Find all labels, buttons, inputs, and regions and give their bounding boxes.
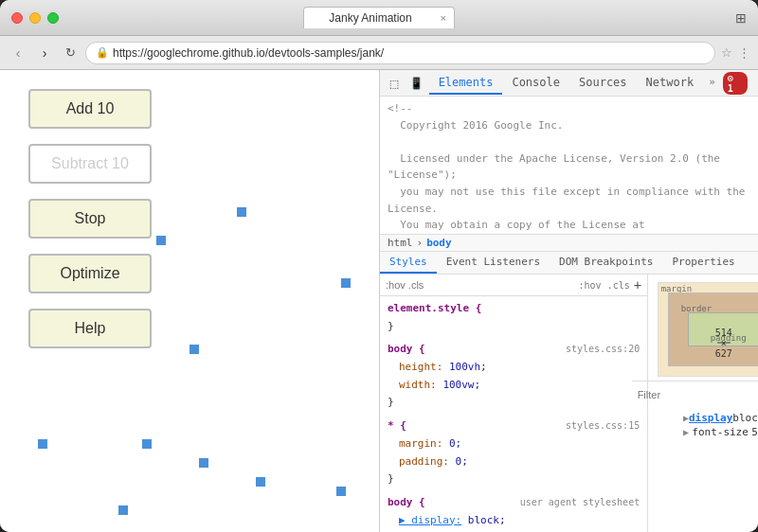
browser-window: Janky Animation × ⊞ ‹ › ↻ 🔒 https://goog… xyxy=(0,0,758,532)
tab-bar: Janky Animation × xyxy=(303,7,455,28)
main-content: Add 10 Subtract 10 Stop Optimize Help ⬚ xyxy=(0,70,758,532)
computed-filter-input[interactable] xyxy=(638,389,758,400)
display-prop-val: block xyxy=(732,412,758,424)
blue-square xyxy=(341,278,351,288)
devtools-tabs: Elements Console Sources Network » xyxy=(429,72,721,95)
box-content: 514 × 627 xyxy=(717,342,731,344)
active-tab[interactable]: Janky Animation × xyxy=(303,7,455,28)
breadcrumb-html[interactable]: html xyxy=(388,237,413,249)
add-10-button[interactable]: Add 10 xyxy=(28,89,152,129)
fontsize-prop-val: 52 xyxy=(751,426,758,438)
traffic-lights xyxy=(11,12,59,24)
element-style-rule: element.style { } xyxy=(388,300,640,335)
add-style-button[interactable]: + xyxy=(634,277,641,293)
close-button[interactable] xyxy=(11,12,23,24)
box-margin: margin border padding 514 × 627 xyxy=(658,282,758,377)
demo-panel: Add 10 Subtract 10 Stop Optimize Help xyxy=(0,70,379,532)
tab-close-button[interactable]: × xyxy=(441,12,446,24)
stop-button[interactable]: Stop xyxy=(28,199,152,239)
body-rule-1: body { styles.css:20 height: 100vh; widt… xyxy=(388,341,640,412)
breadcrumb-body[interactable]: body xyxy=(426,237,452,249)
back-button[interactable]: ‹ xyxy=(8,43,28,63)
styles-tabs: Styles Event Listeners DOM Breakpoints P… xyxy=(380,252,758,275)
blue-square xyxy=(199,458,208,468)
styles-section: :hov .cls + element.style { } body { xyxy=(380,275,758,532)
computed-props: ▶ display block ▶ font-size 52 xyxy=(676,408,758,528)
blue-square xyxy=(118,505,128,515)
dom-breakpoints-tab[interactable]: DOM Breakpoints xyxy=(550,252,662,274)
tab-sources[interactable]: Sources xyxy=(569,72,637,95)
title-bar: Janky Animation × ⊞ xyxy=(0,0,758,36)
box-padding: padding 514 × 627 xyxy=(688,312,758,346)
help-button[interactable]: Help xyxy=(28,309,152,348)
fontsize-prop-name: font-size xyxy=(692,426,749,438)
more-tabs-button[interactable]: » xyxy=(703,72,721,95)
address-actions: ☆ ⋮ xyxy=(721,45,750,60)
comment-license3: You may obtain a copy of the License at xyxy=(388,217,758,234)
properties-tab[interactable]: Properties xyxy=(662,252,744,274)
styles-panel: :hov .cls + element.style { } body { xyxy=(380,275,647,532)
forward-button[interactable]: › xyxy=(34,43,55,63)
blue-square xyxy=(142,439,152,449)
comment-license2: you may not use this file except in comp… xyxy=(388,184,758,217)
computed-filter-bar: Show all xyxy=(632,381,758,408)
devtools-toolbar-right: ⊙ 1 ⋮ × xyxy=(723,72,758,95)
maximize-button[interactable] xyxy=(47,12,59,24)
expand-icon-2[interactable]: ▶ xyxy=(683,427,689,437)
comment-copyright: Copyright 2016 Google Inc. xyxy=(388,117,758,134)
blue-square xyxy=(190,345,199,354)
tab-label: Janky Animation xyxy=(329,11,411,25)
content-size: 514 × 627 xyxy=(715,328,732,359)
star-rule: * { styles.css:15 margin: 0; padding: 0;… xyxy=(388,417,640,488)
error-badge: ⊙ 1 xyxy=(723,72,748,95)
bookmark-icon[interactable]: ☆ xyxy=(721,45,732,60)
event-listeners-tab[interactable]: Event Listeners xyxy=(437,252,550,274)
devtools-panel: ⬚ 📱 Elements Console Sources Network » ⊙… xyxy=(379,70,758,532)
title-bar-icons: ⊞ xyxy=(735,10,747,26)
computed-display: ▶ display block xyxy=(683,412,758,424)
subtract-10-button[interactable]: Subtract 10 xyxy=(28,144,152,184)
inspect-element-icon[interactable]: ⬚ xyxy=(384,72,405,95)
devtools-toolbar: ⬚ 📱 Elements Console Sources Network » ⊙… xyxy=(380,70,758,97)
blue-square xyxy=(336,487,346,496)
blue-square xyxy=(156,236,166,245)
address-input[interactable]: 🔒 https://googlechrome.github.io/devtool… xyxy=(85,42,715,64)
device-toolbar-icon[interactable]: 📱 xyxy=(406,72,427,95)
secure-icon: 🔒 xyxy=(96,46,109,59)
comment-blank xyxy=(388,133,758,151)
styles-filter-bar: :hov .cls + xyxy=(380,275,647,296)
cast-icon[interactable]: ⊞ xyxy=(735,10,747,26)
address-bar: ‹ › ↻ 🔒 https://googlechrome.github.io/d… xyxy=(0,36,758,70)
blue-square xyxy=(237,207,246,217)
body-rule-ua: body { user agent stylesheet ▶ display: … xyxy=(388,494,640,532)
computed-fontsize: ▶ font-size 52 xyxy=(683,426,758,438)
tab-elements[interactable]: Elements xyxy=(429,72,503,95)
styles-filter-input[interactable] xyxy=(386,279,575,291)
box-model-panel: margin border padding 514 × 627 xyxy=(647,275,758,532)
display-prop-name[interactable]: display xyxy=(689,412,732,424)
demo-buttons: Add 10 Subtract 10 Stop Optimize Help xyxy=(0,70,379,367)
minimize-button[interactable] xyxy=(29,12,41,24)
tab-console[interactable]: Console xyxy=(502,72,569,95)
styles-content: element.style { } body { styles.css:20 h… xyxy=(380,296,647,532)
url-text: https://googlechrome.github.io/devtools-… xyxy=(113,46,384,60)
breadcrumb-separator: › xyxy=(417,237,424,249)
blue-square xyxy=(38,439,47,449)
html-source: <!-- Copyright 2016 Google Inc. Licensed… xyxy=(380,97,758,234)
box-border: border padding 514 × 627 xyxy=(668,293,758,366)
comment-license1: Licensed under the Apache License, Versi… xyxy=(388,151,758,184)
optimize-button[interactable]: Optimize xyxy=(28,254,152,293)
styles-tab[interactable]: Styles xyxy=(380,252,437,274)
blue-square xyxy=(256,477,265,487)
hov-cls-button[interactable]: :hov .cls xyxy=(579,280,630,291)
devtools-settings-icon[interactable]: ⋮ xyxy=(751,72,758,95)
box-model: margin border padding 514 × 627 xyxy=(658,282,758,377)
refresh-button[interactable]: ↻ xyxy=(61,44,80,62)
breadcrumb-bar: html › body xyxy=(380,234,758,252)
menu-icon[interactable]: ⋮ xyxy=(738,45,750,60)
tab-network[interactable]: Network xyxy=(637,72,704,95)
comment-line: <!-- xyxy=(388,100,758,117)
